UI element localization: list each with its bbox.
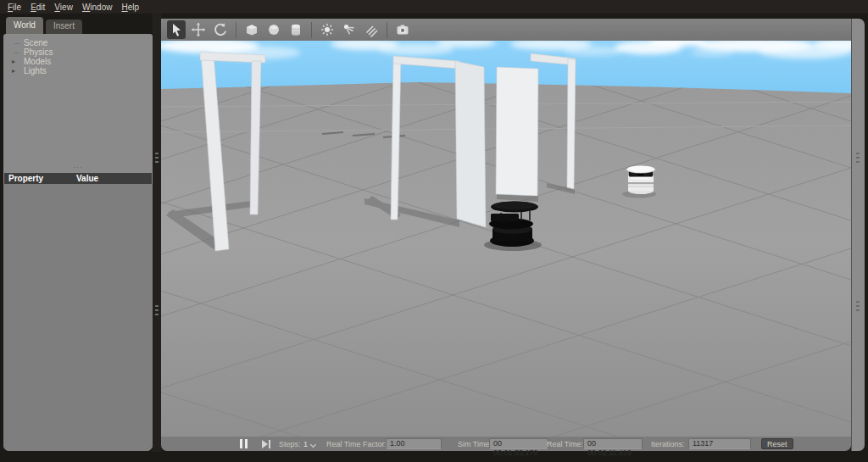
- wall-panel[interactable]: [496, 67, 538, 196]
- left-panel: World Insert Scene Physics Models Lights…: [3, 17, 153, 451]
- property-table-body: [3, 184, 153, 451]
- step-button[interactable]: [262, 440, 272, 448]
- insert-point-light-icon[interactable]: [318, 20, 337, 39]
- scene-3d[interactable]: [161, 41, 851, 437]
- render-toolbar: [161, 19, 851, 41]
- sim-time-value: 00 00:01:53.170: [489, 438, 548, 449]
- menu-file[interactable]: File: [8, 3, 21, 12]
- toolbar-separator: [387, 22, 387, 38]
- menu-window[interactable]: Window: [82, 3, 113, 12]
- left-splitter[interactable]: [153, 13, 161, 452]
- menu-bar: File Edit View Window Help: [0, 0, 868, 14]
- menu-edit[interactable]: Edit: [31, 3, 45, 12]
- step-icon: [262, 440, 268, 448]
- insert-spot-light-icon[interactable]: [340, 20, 359, 39]
- iterations-value: 11317: [688, 438, 751, 449]
- panel-tabs: World Insert: [3, 17, 153, 34]
- property-table-header: Property Value: [4, 173, 152, 184]
- world-tree: Scene Physics Models Lights: [3, 38, 153, 75]
- tab-world[interactable]: World: [6, 17, 43, 34]
- rotate-mode-icon[interactable]: [211, 20, 230, 39]
- real-time-value: 00 00:02:11.419: [583, 438, 643, 449]
- splitter-grip-icon: [155, 153, 159, 164]
- real-time-factor-value: 1.00: [386, 438, 442, 449]
- real-time-label: Real Time:: [547, 440, 583, 448]
- insert-cylinder-icon[interactable]: [287, 20, 305, 39]
- toolbar-separator: [236, 22, 236, 38]
- tree-item-scene[interactable]: Scene: [3, 38, 153, 47]
- door-panel[interactable]: [455, 61, 486, 227]
- value-column-header[interactable]: Value: [76, 173, 98, 184]
- property-column-header[interactable]: Property: [8, 173, 43, 184]
- steps-label: Steps:: [279, 440, 301, 448]
- menu-view[interactable]: View: [54, 3, 73, 12]
- sim-time-label: Sim Time:: [458, 440, 492, 448]
- screenshot-camera-icon[interactable]: [393, 20, 412, 39]
- menu-help[interactable]: Help: [121, 3, 139, 12]
- splitter-grip-icon: [856, 301, 860, 313]
- splitter-grip-icon: [155, 305, 159, 317]
- insert-directional-light-icon[interactable]: [362, 20, 381, 39]
- pane-splitter-handle[interactable]: [3, 164, 153, 170]
- splitter-grip-icon: [856, 153, 860, 164]
- iterations-label: Iterations:: [651, 440, 685, 448]
- steps-value[interactable]: 1: [303, 440, 308, 448]
- translate-mode-icon[interactable]: [189, 20, 208, 39]
- gazebo-window: File Edit View Window Help World Insert …: [0, 0, 868, 462]
- chevron-down-icon[interactable]: [310, 442, 316, 448]
- world-pane: Scene Physics Models Lights Property Val…: [3, 34, 153, 451]
- tree-item-models[interactable]: Models: [3, 57, 153, 66]
- render-viewport: Steps: 1 Real Time Factor: 1.00 Sim Time…: [161, 19, 851, 451]
- select-arrow-icon[interactable]: [167, 20, 186, 39]
- reset-button[interactable]: Reset: [761, 438, 793, 449]
- tree-item-lights[interactable]: Lights: [3, 66, 153, 75]
- insert-box-icon[interactable]: [242, 20, 261, 39]
- tree-item-physics[interactable]: Physics: [3, 47, 153, 57]
- real-time-factor-label: Real Time Factor:: [326, 440, 387, 448]
- toolbar-separator: [311, 22, 312, 38]
- tab-insert[interactable]: Insert: [46, 19, 82, 34]
- insert-sphere-icon[interactable]: [264, 20, 283, 39]
- simulation-statusbar: Steps: 1 Real Time Factor: 1.00 Sim Time…: [161, 437, 851, 451]
- pause-button[interactable]: [240, 439, 248, 448]
- right-splitter[interactable]: [851, 19, 865, 451]
- step-icon: [269, 440, 270, 448]
- doorway-wall-right[interactable]: [567, 58, 576, 189]
